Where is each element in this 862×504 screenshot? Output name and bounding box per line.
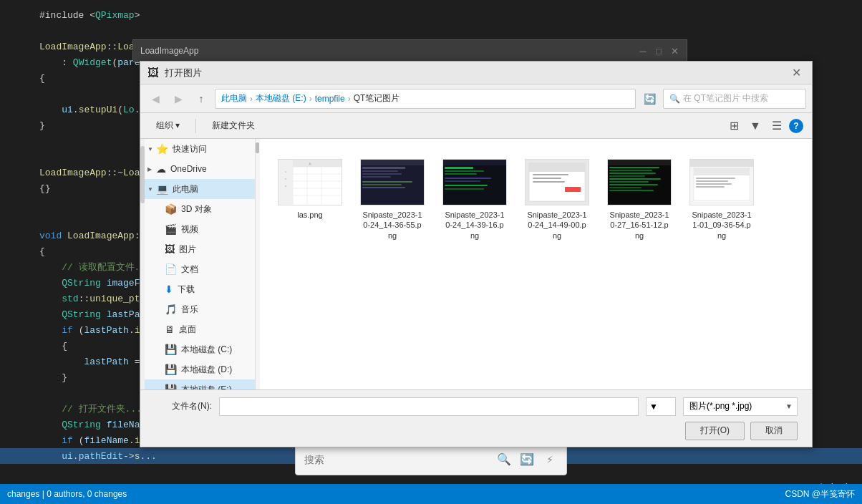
- open-button[interactable]: 打开(O): [685, 422, 745, 440]
- 3d-icon: 📦: [165, 203, 177, 215]
- breadcrumb-part-1: 此电脑: [221, 92, 247, 105]
- address-bar: ◀ ▶ ↑ 此电脑 › 本地磁盘 (E:) › tempfile › QT笔记图…: [140, 84, 812, 113]
- search-icon-1[interactable]: 🔍: [496, 452, 512, 467]
- svg-rect-36: [565, 187, 581, 192]
- sidebar-label-pictures: 图片: [179, 243, 249, 256]
- svg-rect-17: [362, 167, 405, 169]
- dialog-sidebar: ⭐ 快速访问 ☁ OneDrive 💻 此电脑 📦 3D 对象 🎬 视频 🖼: [145, 139, 256, 389]
- filename-input-dropdown[interactable]: ▼: [646, 397, 676, 416]
- files-content: A 1 2 3 las.png: [260, 139, 812, 389]
- svg-rect-24: [443, 160, 506, 205]
- filename-input-select[interactable]: ▼: [646, 397, 676, 416]
- svg-rect-23: [362, 187, 405, 188]
- svg-rect-39: [533, 181, 565, 183]
- svg-rect-58: [696, 186, 725, 188]
- svg-rect-48: [609, 184, 658, 185]
- desktop-icon: 🖥: [165, 324, 175, 335]
- filetype-dropdown[interactable]: 图片(*.png *.jpg) ▼: [683, 397, 798, 416]
- up-button[interactable]: ↑: [192, 89, 210, 108]
- address-search[interactable]: 🔍 在 QT笔记图片 中搜索: [663, 89, 806, 109]
- search-icon-2[interactable]: 🔄: [519, 452, 535, 467]
- svg-rect-26: [445, 167, 473, 169]
- sidebar-item-music[interactable]: 🎵 音乐: [145, 299, 255, 319]
- quick-access-icon: ⭐: [156, 143, 168, 155]
- refresh-button[interactable]: 🔄: [640, 89, 659, 108]
- sidebar-item-documents[interactable]: 📄 文档: [145, 259, 255, 279]
- search-placeholder: 在 QT笔记图片 中搜索: [683, 92, 768, 105]
- svg-rect-54: [694, 168, 750, 175]
- filename-input[interactable]: [219, 397, 639, 416]
- file-thumbnail-snip5: [689, 159, 754, 205]
- sidebar-item-onedrive[interactable]: ☁ OneDrive: [145, 159, 255, 179]
- view-list-button[interactable]: ☰: [767, 117, 786, 135]
- file-thumbnail-snip2: [442, 159, 507, 205]
- minimize-button[interactable]: ─: [638, 46, 648, 56]
- sidebar-item-this-pc[interactable]: 💻 此电脑: [145, 179, 255, 199]
- svg-rect-18: [362, 170, 398, 172]
- new-folder-button[interactable]: 新建文件夹: [205, 117, 262, 135]
- view-large-icon-button[interactable]: ⊞: [725, 117, 743, 135]
- file-item-snip1[interactable]: Snipaste_2023-10-24_14-36-55.png: [357, 153, 428, 246]
- svg-rect-30: [445, 180, 480, 182]
- svg-rect-55: [696, 178, 735, 179]
- svg-rect-27: [445, 170, 484, 172]
- dialog-toolbar: 组织 ▾ 新建文件夹 ⊞ ▼ ☰ ?: [140, 113, 812, 139]
- sidebar-label-quick-access: 快速访问: [173, 143, 249, 155]
- file-name-snip2: Snipaste_2023-10-24_14-39-16.png: [445, 210, 505, 241]
- file-item-las[interactable]: A 1 2 3 las.png: [274, 153, 346, 246]
- sidebar-item-disk-d[interactable]: 💾 本地磁盘 (D:): [145, 359, 255, 379]
- sidebar-label-disk-e: 本地磁盘 (E:): [181, 384, 249, 390]
- svg-rect-47: [609, 181, 649, 183]
- svg-rect-45: [609, 175, 645, 177]
- dialog-titlebar: 🖼 打开图片 ✕: [140, 62, 812, 84]
- organize-button[interactable]: 组织 ▾: [149, 117, 187, 135]
- file-name-snip5: Snipaste_2023-11-01_09-36-54.png: [692, 210, 752, 241]
- forward-button[interactable]: ▶: [169, 89, 188, 108]
- disk-d-icon: 💾: [165, 364, 177, 375]
- address-breadcrumb[interactable]: 此电脑 › 本地磁盘 (E:) › tempfile › QT笔记图片: [215, 89, 636, 109]
- svg-rect-19: [362, 173, 402, 175]
- breadcrumb-part-3: tempfile: [315, 94, 345, 104]
- outer-window-title: LoadImageApp: [140, 46, 198, 56]
- file-item-snip2[interactable]: Snipaste_2023-10-24_14-39-16.png: [439, 153, 510, 246]
- sidebar-item-quick-access[interactable]: ⭐ 快速访问: [145, 139, 255, 159]
- view-dropdown-button[interactable]: ▼: [746, 117, 765, 135]
- filetype-label: 图片(*.png *.jpg): [689, 400, 752, 412]
- sidebar-item-video[interactable]: 🎬 视频: [145, 219, 255, 239]
- sidebar-label-onedrive: OneDrive: [170, 164, 249, 174]
- dialog-close-button[interactable]: ✕: [788, 64, 805, 82]
- svg-rect-49: [609, 187, 641, 188]
- cancel-button[interactable]: 取消: [750, 422, 798, 440]
- sidebar-item-3d[interactable]: 📦 3D 对象: [145, 199, 255, 219]
- file-item-snip5[interactable]: Snipaste_2023-11-01_09-36-54.png: [686, 153, 757, 246]
- svg-rect-28: [445, 173, 477, 175]
- dialog-title-icon: 🖼: [147, 67, 159, 79]
- sidebar-item-desktop[interactable]: 🖥 桌面: [145, 319, 255, 339]
- toolbar-separator: [195, 119, 196, 133]
- file-thumbnail-las: A 1 2 3: [278, 159, 342, 205]
- breadcrumb-part-4: QT笔记图片: [354, 92, 400, 105]
- file-item-snip3[interactable]: Snipaste_2023-10-24_14-49-00.png: [521, 153, 593, 246]
- window-controls: ─ □ ✕: [638, 46, 679, 56]
- status-bar: changes | 0 authors, 0 changes CSDN @半笺寄…: [0, 484, 862, 504]
- file-open-dialog: 🖼 打开图片 ✕ ◀ ▶ ↑ 此电脑 › 本地磁盘 (E:) › tempfil…: [140, 61, 813, 447]
- search-icon-3[interactable]: ⚡: [542, 452, 558, 467]
- outer-window: LoadImageApp ─ □ ✕: [132, 39, 687, 62]
- search-input[interactable]: [304, 454, 489, 465]
- sidebar-item-disk-c[interactable]: 💾 本地磁盘 (C:): [145, 339, 255, 359]
- close-button[interactable]: ✕: [669, 46, 679, 56]
- attribution: CSDN @半笺寄怀: [785, 488, 855, 500]
- filename-row: 文件名(N): ▼ 图片(*.png *.jpg) ▼: [155, 397, 798, 416]
- file-name-las: las.png: [297, 210, 322, 220]
- file-thumbnail-snip4: [607, 159, 672, 205]
- search-icon: 🔍: [669, 94, 680, 104]
- search-bar[interactable]: 🔍 🔄 ⚡: [295, 444, 567, 475]
- svg-rect-56: [696, 180, 728, 182]
- help-button[interactable]: ?: [789, 119, 803, 133]
- sidebar-item-disk-e[interactable]: 💾 本地磁盘 (E:): [145, 379, 255, 389]
- file-item-snip4[interactable]: Snipaste_2023-10-27_16-51-12.png: [604, 153, 675, 246]
- maximize-button[interactable]: □: [654, 46, 664, 56]
- sidebar-item-downloads[interactable]: ⬇ 下载: [145, 279, 255, 299]
- back-button[interactable]: ◀: [146, 89, 165, 108]
- sidebar-item-pictures[interactable]: 🖼 图片: [145, 239, 255, 259]
